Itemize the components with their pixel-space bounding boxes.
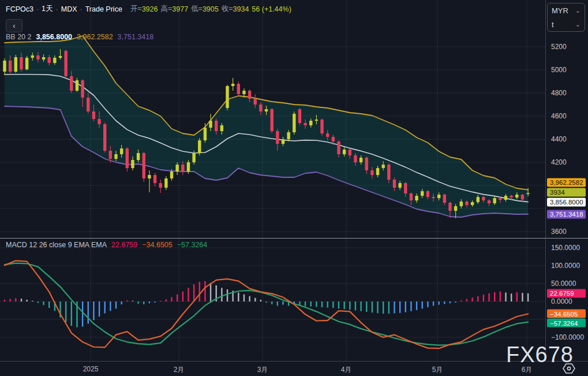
exchange-name[interactable]: MDX [61,5,77,13]
price-badge: 3,962.2582 [547,178,586,187]
currency-value: MYR [552,6,568,15]
symbol-name[interactable]: FCPOc3 [6,5,33,13]
price-badge: −34.6505 [547,310,586,318]
price-badge: 3934 [547,188,586,196]
price-badge: 22.6759 [547,289,586,297]
unit-value: t [552,20,554,29]
price-scale[interactable]: 5200500048004600440042003600150.0000100.… [545,0,588,361]
time-tick-label: 2025 [83,365,99,373]
time-tick-label: 2月 [174,365,185,375]
axis-tick-label: 4600 [551,112,567,120]
hexagon-logo-icon [561,363,576,374]
chart-canvas[interactable] [0,0,545,361]
bb-title[interactable]: BB 20 2 [6,33,31,41]
time-scale[interactable]: 20252月3月4月5月6月 [0,361,588,376]
time-tick-label: 4月 [341,365,352,375]
bb-basis-value: 3,856.8000 [36,33,72,41]
low-label: 低= [191,4,203,14]
macd-line-value: −34.6505 [142,241,172,249]
pane-separator[interactable] [0,238,588,239]
unit-dropdown[interactable]: t ⌄ [548,17,585,31]
bb-lower-value: 3,751.3418 [118,33,154,41]
axis-tick-label: 3600 [551,228,567,236]
axis-tick-label: 150.0000 [551,244,580,252]
interval-button[interactable]: 1天 [42,4,53,14]
axis-tick-label: 4200 [551,158,567,166]
axis-tick-label: 100.0000 [551,262,580,270]
time-tick-label: 3月 [257,365,268,375]
low-value: 3905 [203,5,219,13]
change-value: 56 (+1.44%) [252,5,291,13]
axis-tick-label: 4400 [551,135,567,143]
axis-tick-label: 4800 [551,89,567,97]
chevron-down-icon: ⌄ [575,7,580,14]
macd-title[interactable]: MACD 12 26 close 9 EMA EMA [6,241,107,249]
open-label: 开= [130,4,142,14]
chevron-left-icon: ‹ [13,21,15,30]
high-label: 高= [160,4,172,14]
axis-tick-label: 5000 [551,66,567,74]
unit-selector: MYR ⌄ t ⌄ [547,3,585,32]
macd-legend: MACD 12 26 close 9 EMA EMA 22.6759 −34.6… [6,241,207,249]
price-badge: 3,751.3418 [547,210,586,218]
close-value: 3934 [233,5,249,13]
currency-dropdown[interactable]: MYR ⌄ [548,3,585,17]
series-type[interactable]: Trade Price [85,5,122,13]
time-tick-label: 5月 [432,365,443,375]
price-badge: −57.3264 [547,319,586,327]
close-label: 收= [222,4,233,14]
macd-hist-value: 22.6759 [111,241,137,249]
symbol-header: FCPOc3 · 1天 · MDX · Trade Price 开=3926 高… [6,4,291,14]
axis-tick-label: 50.0000 [551,280,576,288]
bb-upper-value: 3,962.2582 [77,33,113,41]
trading-chart-window: FCPOc3 · 1天 · MDX · Trade Price 开=3926 高… [0,0,588,376]
axis-tick-label: 0.0000 [551,297,572,306]
price-badge: 3,856.8000 [547,198,586,206]
high-value: 3977 [172,5,188,13]
chevron-down-icon: ⌄ [575,21,580,28]
axis-tick-label: 5200 [551,43,567,51]
macd-signal-value: −57.3264 [177,241,207,249]
bb-legend: BB 20 2 3,856.8000 3,962.2582 3,751.3418 [6,33,153,41]
back-button[interactable]: ‹ [6,19,23,32]
axis-tick-label: −100.0000 [551,333,584,341]
open-value: 3926 [142,5,158,13]
